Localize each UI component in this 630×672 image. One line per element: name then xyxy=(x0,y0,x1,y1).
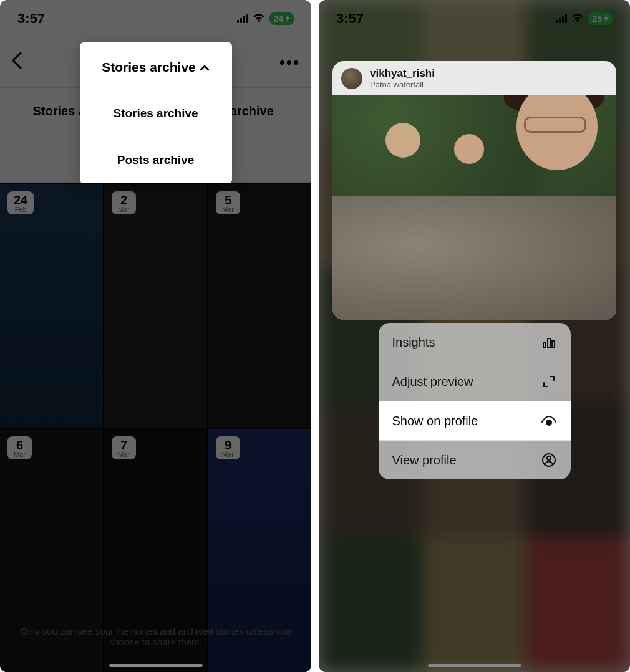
archive-dropdown-title[interactable]: Stories archive xyxy=(80,42,232,90)
more-button[interactable]: ••• xyxy=(279,53,300,72)
eye-icon xyxy=(541,413,557,429)
date-month: Mar xyxy=(118,451,130,458)
svg-rect-1 xyxy=(548,338,550,347)
svg-point-3 xyxy=(546,420,552,426)
date-day: 9 xyxy=(222,439,234,451)
expand-icon xyxy=(541,373,557,390)
status-right: 25 xyxy=(556,11,613,27)
date-chip: 6 Mar xyxy=(7,436,32,459)
date-month: Mar xyxy=(14,451,26,458)
post-preview-card[interactable]: vikhyat_rishi Patna waterfall xyxy=(332,61,616,320)
battery-badge: 25 xyxy=(588,12,613,25)
dropdown-option-stories-archive[interactable]: Stories archive xyxy=(80,90,232,137)
post-location[interactable]: Patna waterfall xyxy=(370,80,435,89)
date-chip: 5 Mar xyxy=(216,191,240,214)
date-day: 7 xyxy=(118,439,130,451)
battery-value: 25 xyxy=(592,14,602,24)
home-indicator[interactable] xyxy=(109,664,203,667)
archive-dropdown-title-label: Stories archive xyxy=(102,60,196,75)
date-chip: 24 Feb xyxy=(7,191,34,214)
status-time: 3:57 xyxy=(17,11,45,27)
date-month: Mar xyxy=(118,206,130,213)
date-day: 24 xyxy=(14,194,27,206)
chevron-up-icon xyxy=(200,60,210,75)
menu-insights[interactable]: Insights xyxy=(379,323,571,362)
post-header: vikhyat_rishi Patna waterfall xyxy=(332,61,616,95)
date-day: 2 xyxy=(118,194,130,206)
menu-label: Insights xyxy=(392,335,435,350)
date-chip: 7 Mar xyxy=(112,436,136,459)
profile-icon xyxy=(541,452,557,468)
menu-label: View profile xyxy=(392,453,457,468)
cellular-icon xyxy=(237,14,248,23)
wifi-icon xyxy=(571,11,584,27)
cellular-icon xyxy=(556,14,567,23)
wifi-icon xyxy=(253,11,265,27)
menu-view-profile[interactable]: View profile xyxy=(379,441,571,479)
battery-badge: 24 xyxy=(269,12,294,25)
date-month: Feb xyxy=(14,206,27,213)
status-right: 24 xyxy=(237,11,294,27)
stories-grid: 24 Feb 2 Mar 5 Mar 6 Mar xyxy=(0,183,311,672)
date-day: 6 xyxy=(14,439,26,451)
right-screenshot: 3:57 25 vikhyat_rishi Patna waterfall xyxy=(319,0,630,672)
menu-adjust-preview[interactable]: Adjust preview xyxy=(379,362,571,401)
post-action-menu: Insights Adjust preview Show on profile … xyxy=(379,323,571,479)
svg-rect-2 xyxy=(552,341,555,347)
back-button[interactable] xyxy=(11,52,22,74)
date-chip: 9 Mar xyxy=(216,436,240,459)
menu-label: Show on profile xyxy=(392,414,478,428)
post-username[interactable]: vikhyat_rishi xyxy=(370,67,435,80)
dropdown-option-posts-archive[interactable]: Posts archive xyxy=(80,137,232,183)
svg-point-5 xyxy=(546,456,550,460)
date-day: 5 xyxy=(222,194,234,206)
status-time: 3:57 xyxy=(336,11,364,27)
post-image[interactable] xyxy=(332,95,616,320)
story-thumbnail[interactable]: 5 Mar xyxy=(208,184,311,428)
date-chip: 2 Mar xyxy=(112,191,136,214)
date-month: Mar xyxy=(222,451,234,458)
avatar[interactable] xyxy=(341,68,362,89)
menu-show-on-profile[interactable]: Show on profile xyxy=(379,401,571,441)
battery-value: 24 xyxy=(273,14,283,24)
archive-privacy-note: Only you can see your memories and archi… xyxy=(0,626,311,647)
status-bar: 3:57 25 xyxy=(319,0,630,37)
svg-rect-0 xyxy=(543,342,546,347)
insights-icon xyxy=(541,334,557,350)
status-bar: 3:57 24 xyxy=(0,0,311,37)
home-indicator[interactable] xyxy=(428,664,521,667)
story-thumbnail[interactable]: 24 Feb xyxy=(0,184,103,428)
archive-type-dropdown: Stories archive Stories archive Posts ar… xyxy=(80,42,232,183)
menu-label: Adjust preview xyxy=(392,375,473,389)
story-thumbnail[interactable]: 2 Mar xyxy=(104,184,207,428)
date-month: Mar xyxy=(222,206,234,213)
left-screenshot: 3:57 24 ••• Stories archive Posts archi xyxy=(0,0,311,672)
